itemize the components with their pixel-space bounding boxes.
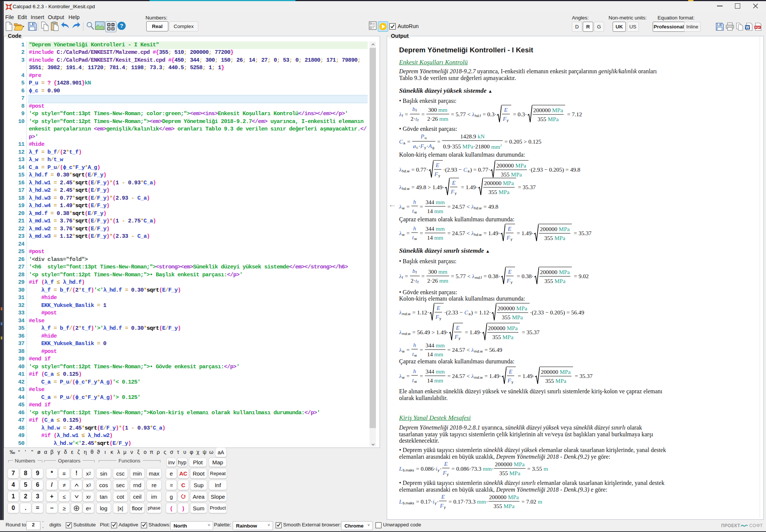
svg-text:W: W: [746, 25, 750, 30]
svg-text:PDF: PDF: [755, 26, 761, 29]
svg-text:?: ?: [120, 22, 123, 29]
